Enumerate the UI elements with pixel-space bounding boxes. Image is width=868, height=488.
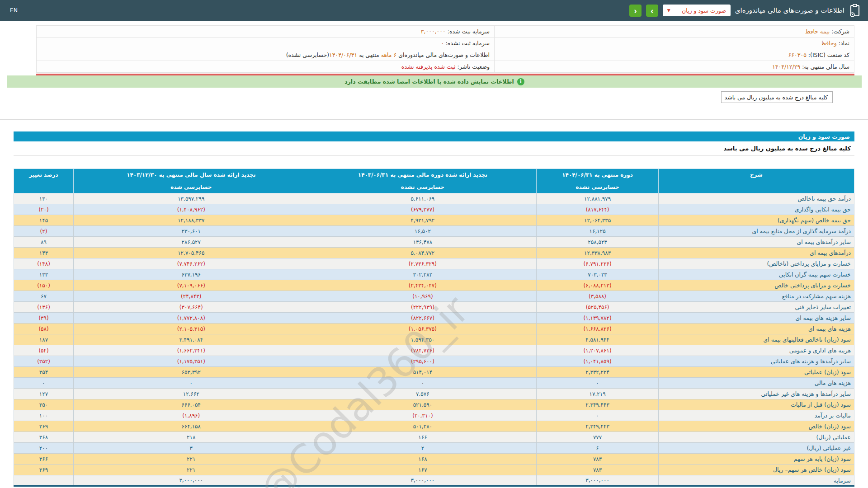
value-cell: ۲۲۱ [74, 465, 309, 475]
table-row: سرمایه۳,۰۰۰,۰۰۰۳,۰۰۰,۰۰۰۳,۰۰۰,۰۰۰ [14, 475, 854, 486]
cell-number: ۶۵۳,۳۹۲ [182, 369, 201, 375]
company-info-cell: سرمایه ثبت نشده: ۰ [37, 38, 495, 49]
value-cell: ۲۵۸,۵۲۳ [537, 237, 659, 248]
cell-number: ۱۶,۵۰۲ [415, 228, 431, 235]
chevron-down-icon: ▼ [667, 8, 670, 13]
cell-number: (۵۲۵,۴۵۶) [586, 304, 609, 310]
table-row: مالیات بر درآمد۰(۲۰,۳۱۰)(۱,۸۹۶)۱۰۰ [14, 410, 854, 421]
next-report-button[interactable]: › [646, 5, 658, 17]
cell-number: (۶۷۹,۲۷۷) [411, 206, 434, 213]
cell-number: ۱۲,۳۳۸,۹۸۳ [584, 250, 611, 256]
cell-number: (۳,۵۸۸) [589, 293, 606, 300]
cell-number: ۱۶۷ [418, 467, 427, 473]
cell-number: ۰ [421, 380, 424, 386]
cell-number: (۱,۰۴۱,۸۵۹) [584, 358, 612, 365]
language-switch-en[interactable]: EN [10, 7, 18, 14]
info-label: وضعیت ناشر: [456, 63, 490, 70]
percent-change-cell: ۰ [14, 378, 74, 389]
cell-number: ۲۱۸ [187, 434, 195, 441]
value-cell: ۲۱۸ [74, 432, 309, 443]
previous-report-button[interactable]: ‹ [629, 5, 642, 17]
cell-number: ۳,۴۹۱,۰۸۴ [179, 337, 203, 343]
row-label: سایر درآمدها و هزینه های غیر عملیاتی [658, 389, 854, 399]
row-label: سود (زیان) قبل از مالیات [658, 399, 854, 410]
percent-change-cell: (۲) [14, 226, 74, 237]
value-cell: ۶ [537, 443, 659, 454]
value-cell: ۶۶۴,۱۵۸ [74, 421, 309, 432]
info-value: ۳,۰۰۰,۰۰۰ [421, 28, 446, 35]
table-row: عملیاتی (ریال)۷۷۷۱۶۶۲۱۸۳۶۸ [14, 432, 854, 443]
row-label: غیر عملیاتی (ریال) [658, 443, 854, 454]
cell-number: ۲۲۱ [187, 467, 195, 473]
cell-number: ۱۶۶ [418, 434, 427, 441]
company-info-cell: اطلاعات و صورت‌های مالی میاندوره‌ای ۶ ما… [37, 49, 495, 61]
table-row: خسارت و مزایای پرداختی (ناخالص)(۶,۷۹۱,۲۳… [14, 258, 854, 269]
table-row: خسارت و مزایای پرداختی خالص(۶,۰۸۸,۲۱۳)(۲… [14, 280, 854, 291]
value-cell: ۷۷۷ [537, 432, 659, 443]
percent-change-cell: (۵۸) [14, 324, 74, 334]
info-label: منتهی به [357, 52, 381, 58]
cell-number: (۷,۱۰۹,۰۶۶) [177, 282, 205, 289]
value-cell: (۶,۰۸۸,۲۱۳) [537, 280, 659, 291]
table-row: هزینه سهم مشارکت در منافع(۳,۵۸۸)(۱۰,۹۶۹)… [14, 291, 854, 302]
row-label: سایر درآمدهای بیمه ای [658, 237, 854, 248]
cell-number: ۴,۵۸۱,۹۴۴ [585, 337, 609, 343]
percent-change-cell: ۳۶۹ [14, 465, 74, 475]
value-cell: ۳,۰۰۰,۰۰۰ [309, 475, 537, 486]
value-cell: ۱۶,۵۰۲ [309, 226, 537, 237]
row-label: سرمایه [658, 475, 854, 486]
value-cell: ۶۶۶,۰۵۴ [74, 399, 309, 410]
value-cell: ۰ [537, 378, 659, 389]
row-label: خسارت و مزایای پرداختی (ناخالص) [658, 258, 854, 269]
value-cell: ۷۸۳ [537, 454, 659, 465]
info-label: سال مالی منتهی به: [800, 63, 849, 70]
percent-change-cell: (۳۹) [14, 313, 74, 324]
info-label: نماد: [837, 40, 849, 47]
percent-change-cell: ۶۷ [14, 291, 74, 302]
row-label: هزینه سهم مشارکت در منافع [658, 291, 854, 302]
value-cell: ۱۶۷ [309, 465, 537, 475]
cell-number: (۱,۷۷۲,۸۰۸) [177, 315, 205, 321]
company-info-cell: شرکت: بیمه حافظ [495, 26, 854, 38]
value-cell: (۱,۶۶۲,۳۴۱) [74, 345, 309, 356]
cell-number: ۵۱۴,۰۱۴ [413, 369, 433, 375]
value-cell: ۱۳۶,۴۷۸ [309, 237, 537, 248]
value-cell: (۱,۱۳۹,۷۸۲) [537, 313, 659, 324]
table-row: سایر درآمدهای بیمه ای۲۵۸,۵۲۳۱۳۶,۴۷۸۲۸۶,۵… [14, 237, 854, 248]
row-label: حق بیمه اتکایی واگذاری [658, 204, 854, 215]
value-cell: ۷,۵۷۶ [309, 389, 537, 399]
table-row: سایر درآمدها و هزینه های عملیاتی(۱,۰۴۱,۸… [14, 356, 854, 367]
unit-note-row: کلیه مبالغ درج شده به میلیون ریال می باش… [0, 88, 868, 103]
income-statement-body: درآمد حق بیمه ناخالص۱۲,۸۸۱,۹۷۹۵,۶۱۱,۰۶۹۱… [14, 193, 854, 486]
section-divider [0, 119, 868, 120]
value-cell: ۲۸۶,۵۲۷ [74, 237, 309, 248]
percent-change-cell: ۳۶۶ [14, 454, 74, 465]
cell-number: (۲۰,۳۱۰) [412, 413, 433, 419]
row-label: خسارت و مزایای پرداختی خالص [658, 280, 854, 291]
value-cell: ۱۲,۷۰۵,۴۶۵ [74, 248, 309, 258]
value-cell: ۳,۰۰۰,۰۰۰ [537, 475, 659, 486]
cell-number: (۲) [40, 228, 47, 235]
company-info-body: شرکت: بیمه حافظسرمایه ثبت شده: ۳,۰۰۰,۰۰۰… [37, 26, 854, 73]
value-cell: ۰ [74, 378, 309, 389]
cell-number: ۵,۰۸۴,۷۷۲ [411, 250, 435, 256]
cell-number: ۲۲۱ [187, 456, 195, 462]
cell-number: (۷۸۴,۷۳۶) [411, 347, 434, 354]
cell-number: ۱۴۵ [39, 217, 48, 224]
statement-unit-note: کلیه مبالغ درج شده به میلیون ریال می باش… [14, 141, 854, 156]
cell-number: (۱۳۶) [37, 304, 50, 310]
cell-number: ۶۶۴,۱۵۸ [182, 423, 201, 430]
table-row: سایر درآمدها و هزینه های غیر عملیاتی۱۷,۲… [14, 389, 854, 399]
percent-change-cell: ۱۴۵ [14, 215, 74, 226]
cell-number: (۲۲۲,۹۳۹) [411, 304, 434, 310]
cell-number: ۶۶۶,۰۵۴ [182, 402, 201, 408]
info-value: ۱۴۰۴/۱۲/۲۹ [772, 63, 800, 70]
cell-number: (۵۴) [38, 347, 48, 354]
cell-number: (۲۰) [38, 206, 48, 213]
report-type-dropdown[interactable]: صورت سود و زیان ▼ [663, 5, 731, 16]
row-label: هزینه های اداری و عمومی [658, 345, 854, 356]
cell-number: ۲,۳۳۲,۲۲۴ [585, 369, 609, 375]
cell-number: ۲۳۰,۶۰۱ [182, 228, 201, 235]
cell-number: ۰ [596, 413, 599, 419]
company-info-row: سال مالی منتهی به: ۱۴۰۴/۱۲/۲۹وضعیت ناشر:… [37, 61, 854, 73]
